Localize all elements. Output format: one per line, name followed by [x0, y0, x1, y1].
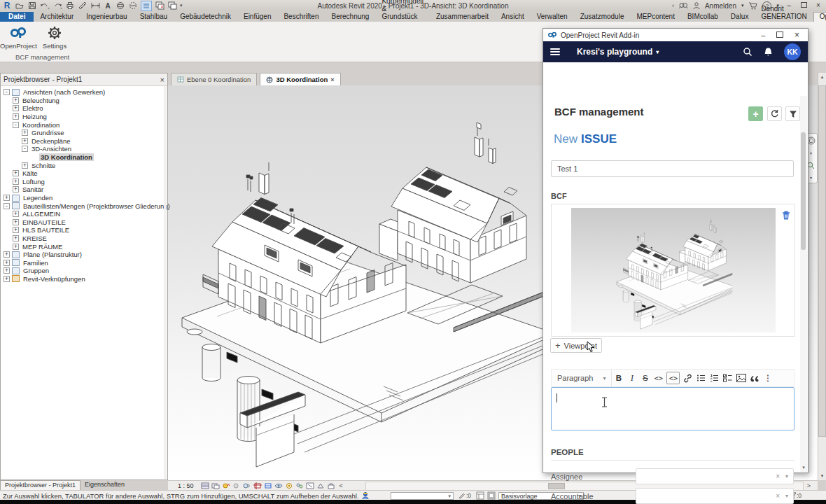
- worksets-icon[interactable]: [361, 491, 370, 500]
- addin-scroll-thumb[interactable]: [801, 132, 806, 250]
- window-minimize-button[interactable]: –: [784, 1, 794, 10]
- tree-item-grundrisse[interactable]: +Grundrisse: [1, 129, 167, 137]
- add-issue-button[interactable]: +: [748, 106, 763, 121]
- temporary-hide-icon[interactable]: [274, 482, 284, 489]
- scroll-down-icon[interactable]: ▾: [818, 473, 826, 479]
- addin-maximize-button[interactable]: [776, 31, 783, 39]
- tree-item-elektro[interactable]: +Elektro: [1, 104, 167, 113]
- project-selector[interactable]: Kresi's playground ▾: [577, 47, 659, 57]
- expander[interactable]: +: [4, 260, 10, 266]
- addin-close-button[interactable]: ×: [794, 30, 799, 40]
- bold-icon[interactable]: B: [612, 370, 625, 386]
- expander[interactable]: +: [13, 105, 19, 111]
- shadows-icon[interactable]: [232, 482, 241, 489]
- ribbon-tab-zusammenarbeit[interactable]: Zusammenarbeit: [430, 12, 495, 22]
- search-icon[interactable]: [743, 47, 752, 57]
- detail-level-icon[interactable]: [201, 482, 210, 489]
- clear-icon[interactable]: ×: [776, 472, 780, 480]
- canvas-hscroll-thumb[interactable]: [548, 483, 565, 489]
- revit-logo-icon[interactable]: R: [2, 1, 12, 10]
- ribbon-tab-einfuegen[interactable]: Einfügen: [237, 12, 277, 22]
- signin-label[interactable]: Anmelden: [705, 2, 736, 10]
- expander[interactable]: +: [13, 219, 19, 225]
- expander[interactable]: +: [13, 113, 19, 120]
- tree-item-kreise[interactable]: +KREISE: [1, 234, 167, 243]
- ribbon-tab-datei[interactable]: Datei: [0, 12, 34, 22]
- addin-title-bar[interactable]: OpenProject Revit Add-in – ×: [543, 29, 808, 41]
- italic-icon[interactable]: I: [625, 370, 638, 386]
- clear-icon[interactable]: ×: [776, 492, 780, 500]
- sun-path-icon[interactable]: [222, 482, 231, 489]
- tree-item-lueftung[interactable]: +Lüftung: [1, 178, 167, 186]
- window-restore-button[interactable]: [799, 1, 808, 10]
- refresh-button[interactable]: [767, 106, 782, 121]
- account-icon[interactable]: [693, 2, 700, 10]
- visual-style-icon[interactable]: [211, 482, 220, 489]
- view-tab-3d-koordination[interactable]: 3D Koordination ×: [260, 73, 340, 85]
- format-dropdown[interactable]: Paragraph ▾: [552, 370, 612, 386]
- image-icon[interactable]: [734, 370, 748, 386]
- hscroll-right-icon[interactable]: >: [807, 482, 811, 489]
- menu-hamburger-icon[interactable]: [550, 48, 560, 55]
- expander[interactable]: +: [4, 276, 10, 282]
- view-tab-close-icon[interactable]: ×: [330, 76, 334, 83]
- constraints-icon[interactable]: [327, 482, 336, 489]
- canvas-vscroll-thumb[interactable]: [818, 85, 826, 437]
- settings-button[interactable]: Settings: [36, 23, 73, 50]
- tree-item-hls-bauteile[interactable]: +HLS BAUTEILE: [1, 226, 167, 234]
- tree-item-beleuchtung[interactable]: +Beleuchtung: [1, 97, 167, 105]
- main-model-icon[interactable]: [487, 491, 496, 500]
- expander[interactable]: +: [13, 170, 19, 176]
- ribbon-tab-berechnung[interactable]: Berechnung: [325, 12, 375, 22]
- tree-item-plaene[interactable]: +Pläne (Planstruktur): [1, 251, 167, 259]
- search-icon[interactable]: [679, 2, 688, 10]
- ribbon-tab-dalux[interactable]: Dalux: [724, 12, 755, 22]
- tree-item-gruppen[interactable]: +Gruppen: [1, 267, 167, 275]
- tree-item-legenden[interactable]: +Legenden: [1, 194, 167, 202]
- addin-scrollbar[interactable]: ▾: [800, 96, 807, 472]
- wheel-caret-icon[interactable]: ▾: [810, 150, 812, 155]
- expander[interactable]: +: [13, 186, 19, 192]
- inline-code-icon[interactable]: <>: [652, 370, 665, 386]
- tree-item-allgemein[interactable]: +ALLGEMEIN: [1, 210, 167, 218]
- link-icon[interactable]: [681, 370, 694, 386]
- render-icon[interactable]: [243, 482, 252, 489]
- expander[interactable]: -: [4, 89, 10, 95]
- tree-item-mep-raeume[interactable]: +MEP RÄUME: [1, 242, 167, 251]
- reveal-hidden-icon[interactable]: [285, 482, 294, 489]
- project-browser-scrollbar[interactable]: [164, 86, 167, 479]
- tree-item-heizung[interactable]: +Heizung: [1, 113, 167, 121]
- ribbon-tab-architektur[interactable]: Architektur: [34, 12, 80, 22]
- expander[interactable]: -: [4, 203, 10, 209]
- crop-view-icon[interactable]: [253, 482, 262, 489]
- accountable-select[interactable]: × ▾: [636, 488, 794, 504]
- expander[interactable]: +: [13, 97, 19, 104]
- code-block-icon[interactable]: <>: [666, 372, 680, 384]
- description-editor[interactable]: [551, 387, 794, 430]
- tree-item-familien[interactable]: +Familien: [1, 258, 167, 267]
- temporary-view-properties-icon[interactable]: [306, 482, 315, 489]
- scroll-up-icon[interactable]: ▴: [818, 74, 826, 80]
- thin-lines-icon[interactable]: [141, 1, 152, 11]
- tree-item-einbauteile[interactable]: +EINBAUTEILE: [1, 218, 167, 227]
- orbit-3d-icon[interactable]: [115, 1, 125, 10]
- infocenter-collapse-icon[interactable]: ‹: [672, 2, 674, 9]
- tree-item-ansichten[interactable]: -Ansichten (nach Gewerken): [1, 88, 167, 97]
- tree-item-deckenplaene[interactable]: +Deckenpläne: [1, 137, 167, 146]
- ribbon-tab-gebaeudetechnik[interactable]: Gebäudetechnik: [174, 12, 237, 22]
- expander[interactable]: +: [22, 138, 28, 144]
- expander[interactable]: +: [4, 267, 10, 274]
- ribbon-tab-verwalten[interactable]: Verwalten: [531, 12, 574, 22]
- expander[interactable]: +: [13, 211, 19, 217]
- tab-eigenschaften[interactable]: Eigenschaften: [80, 480, 129, 490]
- close-hidden-windows-icon[interactable]: [155, 1, 164, 10]
- expander[interactable]: +: [4, 195, 10, 201]
- tree-item-3d-koordination[interactable]: 3D Koordination: [1, 153, 167, 162]
- expander[interactable]: +: [22, 130, 28, 136]
- viewpoint-thumbnail[interactable]: [571, 208, 776, 332]
- view-scale-label[interactable]: 1 : 50: [178, 482, 194, 489]
- editable-only-icon[interactable]: :0: [458, 491, 471, 499]
- expander[interactable]: +: [13, 227, 19, 233]
- tree-item-kaelte[interactable]: +Kälte: [1, 169, 167, 178]
- caret-down-icon[interactable]: ▾: [785, 493, 788, 499]
